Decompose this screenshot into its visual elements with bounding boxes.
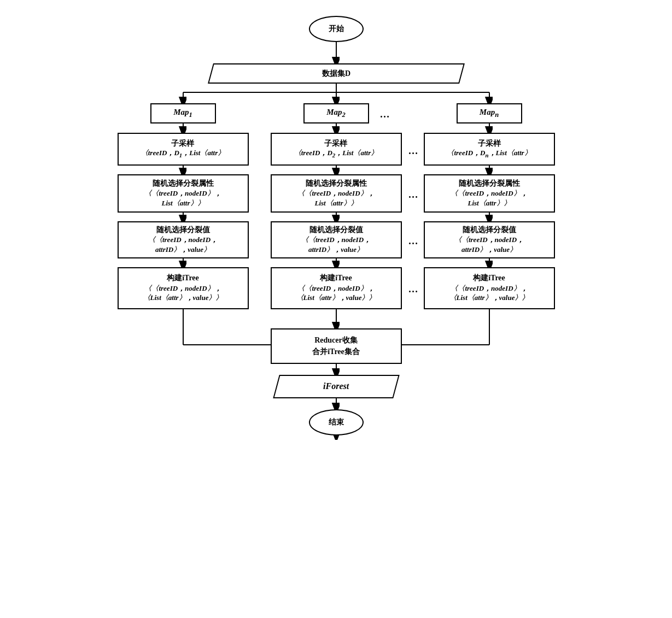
splitval2-box: 随机选择分裂值 〈〈treeID，nodeID， attrID〉，value〉 xyxy=(271,221,402,258)
reducer-box: Reducer收集 合并iTree集合 xyxy=(271,328,402,364)
map2-box: Map2 xyxy=(303,103,369,123)
iforest-label: iForest xyxy=(323,380,349,392)
subsample2-params: 〈treeID，D2，List〈attr〉 xyxy=(294,149,378,159)
dots-subsample: … xyxy=(408,145,418,157)
dots-splitval: … xyxy=(408,236,418,247)
start-shape: 开始 xyxy=(309,16,364,42)
itreen-box: 构建iTree 〈〈treeID，nodeID〉， 〈List〈attr〉，va… xyxy=(424,267,555,309)
subsample2-title: 子采样 xyxy=(294,139,378,149)
splitattr1-box: 随机选择分裂属性 〈〈treeID，nodeID〉， List〈attr〉〉 xyxy=(118,174,249,213)
reducer-title: Reducer收集 xyxy=(312,334,360,346)
splitattr2-box: 随机选择分裂属性 〈〈treeID，nodeID〉， List〈attr〉〉 xyxy=(271,174,402,213)
subsample2-box: 子采样 〈treeID，D2，List〈attr〉 xyxy=(271,133,402,166)
end-label: 结束 xyxy=(329,417,344,428)
subsampen-box: 子采样 〈treeID，Dn，List〈attr〉 xyxy=(424,133,555,166)
splitval1-box: 随机选择分裂值 〈〈treeID，nodeID， attrID〉，value〉 xyxy=(118,221,249,258)
dots-itree: … xyxy=(408,284,418,295)
itree2-box: 构建iTree 〈〈treeID，nodeID〉， 〈List〈attr〉，va… xyxy=(271,267,402,309)
reducer-subtitle: 合并iTree集合 xyxy=(312,346,360,357)
start-label: 开始 xyxy=(329,23,344,34)
map2-label: Map2 xyxy=(326,107,346,120)
dataset-label: 数据集D xyxy=(322,68,350,79)
subsampen-params: 〈treeID，Dn，List〈attr〉 xyxy=(447,149,531,159)
subsample1-params: 〈treeID，D1，List〈attr〉 xyxy=(141,149,225,159)
mapn-label: Mapn xyxy=(480,107,499,120)
subsample1-title: 子采样 xyxy=(141,139,225,149)
dots-between-maps: … xyxy=(380,109,390,120)
itree1-box: 构建iTree 〈〈treeID，nodeID〉， 〈List〈attr〉，va… xyxy=(118,267,249,309)
map1-box: Map1 xyxy=(150,103,216,123)
splitvaln-box: 随机选择分裂值 〈〈treeID，nodeID， attrID〉，value〉 xyxy=(424,221,555,258)
subsample1-box: 子采样 〈treeID，D1，List〈attr〉 xyxy=(118,133,249,166)
dots-splitattr: … xyxy=(408,189,418,201)
end-shape: 结束 xyxy=(309,409,364,435)
subsampen-title: 子采样 xyxy=(447,139,531,149)
splitattrn-box: 随机选择分裂属性 〈〈treeID，nodeID〉， List〈attr〉〉 xyxy=(424,174,555,213)
mapn-box: Mapn xyxy=(457,103,522,123)
map1-label: Map1 xyxy=(173,107,192,120)
